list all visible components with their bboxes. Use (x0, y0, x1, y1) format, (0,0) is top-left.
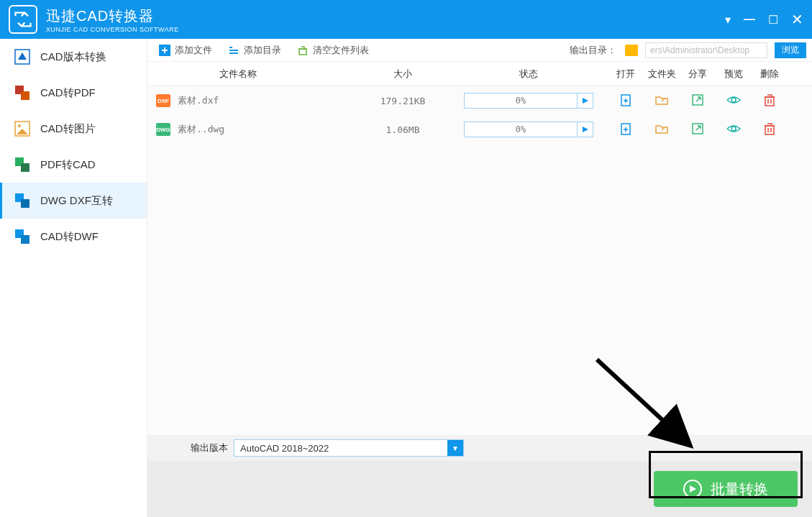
folder-icon (625, 45, 638, 56)
progress-bar[interactable]: 0% (464, 93, 593, 109)
sidebar-item-cad-pdf[interactable]: CAD转PDF (0, 75, 147, 111)
browse-button[interactable]: 浏览 (775, 42, 806, 58)
svg-point-4 (18, 124, 21, 127)
file-name: 素材.dxf (178, 94, 356, 107)
progress-bar[interactable]: 0% (464, 122, 593, 137)
sidebar-item-pdf-cad[interactable]: PDF转CAD (0, 147, 147, 183)
sidebar-item-cad-dwf[interactable]: CAD转DWF (0, 219, 147, 255)
col-size: 大小 (356, 68, 450, 81)
window-controls: ▾ — ☐ ✕ (725, 11, 803, 28)
open-file-icon[interactable] (619, 122, 633, 138)
open-folder-icon[interactable] (654, 122, 669, 138)
cad-version-icon (13, 47, 32, 66)
add-dir-button[interactable]: 添加目录 (222, 39, 287, 61)
open-file-icon[interactable] (619, 93, 633, 109)
main-panel: 添加文件 添加目录 清空文件列表 输出目录： 浏览 文件名称 大小 状态 打开 … (147, 39, 812, 517)
maximize-icon[interactable]: ☐ (768, 13, 778, 27)
delete-icon[interactable] (763, 122, 776, 138)
sidebar-item-label: CAD版本转换 (40, 50, 106, 64)
version-bar: 输出版本 AutoCAD 2018~2022 ▼ (147, 435, 812, 461)
clear-list-icon (297, 45, 309, 56)
sidebar-item-label: CAD转图片 (40, 122, 96, 136)
sidebar-item-cad-image[interactable]: CAD转图片 (0, 111, 147, 147)
batch-convert-button[interactable]: 批量转换 (654, 471, 798, 507)
col-name: 文件名称 (147, 68, 356, 81)
sidebar: CAD版本转换 CAD转PDF CAD转图片 PDF转CAD DWG DXF互转… (0, 39, 147, 517)
col-open: 打开 (608, 68, 644, 81)
app-subtitle: XUNJIE CAD CONVERSION SOFTWARE (46, 26, 725, 33)
svg-rect-6 (21, 163, 29, 172)
play-icon[interactable] (577, 122, 593, 137)
output-version-label: 输出版本 (191, 441, 228, 454)
col-status: 状态 (450, 68, 608, 81)
table-row: DXF 素材.dxf 179.21KB 0% (147, 86, 812, 115)
preview-icon[interactable] (726, 93, 742, 109)
svg-rect-2 (21, 91, 29, 100)
file-size: 179.21KB (356, 96, 450, 106)
toolbar: 添加文件 添加目录 清空文件列表 输出目录： 浏览 (147, 39, 812, 62)
pdf-cad-icon (13, 155, 32, 174)
sidebar-item-label: CAD转PDF (40, 86, 96, 100)
col-delete: 删除 (752, 68, 788, 81)
play-icon (683, 480, 702, 498)
sidebar-item-label: CAD转DWF (40, 230, 99, 244)
table-row: DWG 素材..dwg 1.06MB 0% (147, 115, 812, 144)
svg-rect-8 (21, 199, 29, 208)
share-icon[interactable] (690, 122, 705, 138)
minimize-icon[interactable]: — (744, 13, 755, 26)
clear-list-button[interactable]: 清空文件列表 (291, 39, 375, 61)
add-file-button[interactable]: 添加文件 (153, 39, 218, 61)
app-title: 迅捷CAD转换器 (46, 6, 725, 26)
share-icon[interactable] (690, 93, 705, 109)
cad-image-icon (13, 119, 32, 138)
col-preview: 预览 (716, 68, 752, 81)
dropdown-icon[interactable]: ▾ (725, 13, 731, 27)
output-path-input[interactable] (645, 42, 767, 58)
output-version-value: AutoCAD 2018~2022 (234, 443, 447, 454)
svg-point-19 (731, 127, 736, 131)
file-type-icon: DXF (156, 94, 170, 107)
output-dir-label: 输出目录： (570, 44, 616, 57)
app-logo (9, 5, 37, 34)
col-share: 分享 (680, 68, 716, 81)
svg-rect-16 (765, 97, 774, 106)
output-version-select[interactable]: AutoCAD 2018~2022 ▼ (234, 439, 464, 457)
file-size: 1.06MB (356, 124, 450, 135)
action-bar: 批量转换 (147, 461, 812, 517)
title-block: 迅捷CAD转换器 XUNJIE CAD CONVERSION SOFTWARE (46, 6, 725, 33)
progress-text: 0% (465, 96, 577, 106)
play-icon[interactable] (577, 93, 593, 108)
svg-point-15 (731, 98, 736, 102)
chevron-down-icon: ▼ (447, 440, 463, 456)
svg-rect-10 (21, 235, 29, 244)
dwg-dxf-icon (13, 191, 32, 210)
table-header: 文件名称 大小 状态 打开 文件夹 分享 预览 删除 (147, 62, 812, 86)
col-folder: 文件夹 (644, 68, 680, 81)
sidebar-item-label: DWG DXF互转 (40, 194, 113, 208)
sidebar-item-cad-version[interactable]: CAD版本转换 (0, 39, 147, 75)
cad-pdf-icon (13, 83, 32, 102)
open-folder-icon[interactable] (654, 93, 669, 109)
svg-rect-20 (765, 126, 774, 134)
add-file-icon (159, 45, 170, 56)
cad-dwf-icon (13, 227, 32, 246)
preview-icon[interactable] (726, 122, 742, 138)
file-type-icon: DWG (156, 123, 170, 136)
sidebar-item-dwg-dxf[interactable]: DWG DXF互转 (0, 183, 147, 219)
svg-rect-12 (299, 49, 306, 55)
titlebar: 迅捷CAD转换器 XUNJIE CAD CONVERSION SOFTWARE … (0, 0, 812, 39)
sidebar-item-label: PDF转CAD (40, 158, 96, 172)
delete-icon[interactable] (763, 93, 776, 109)
add-dir-icon (228, 45, 240, 56)
progress-text: 0% (465, 124, 577, 134)
file-name: 素材..dwg (178, 123, 356, 136)
close-icon[interactable]: ✕ (791, 11, 803, 28)
